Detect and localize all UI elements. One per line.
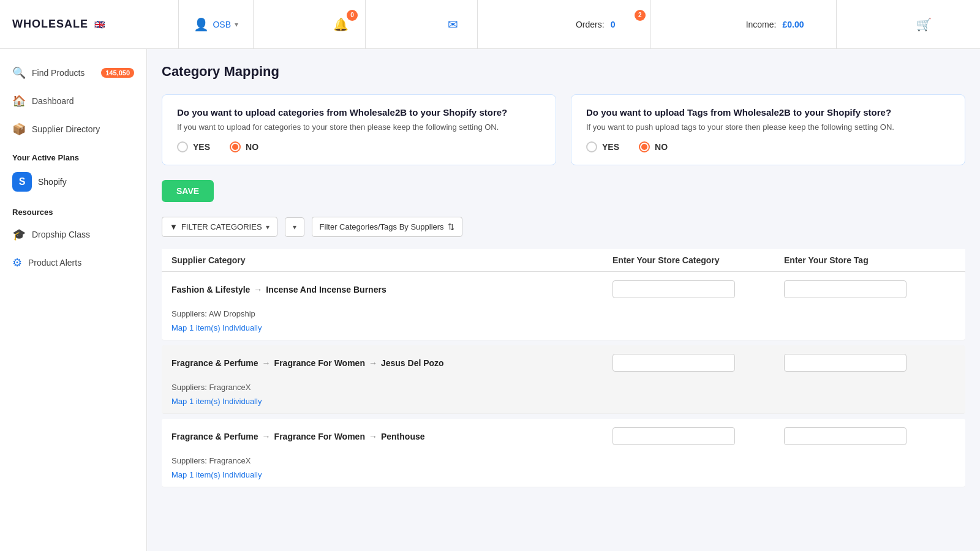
category-segment: Incense And Incense Burners <box>266 285 386 294</box>
mail-nav-item[interactable]: ✉ <box>429 0 478 49</box>
sidebar-item-shopify[interactable]: S Shopify <box>0 166 146 198</box>
filter-categories-extra[interactable]: ▾ <box>285 217 304 237</box>
row-suppliers-0: Suppliers: AW Dropship <box>162 307 965 323</box>
page-title: Category Mapping <box>162 64 965 80</box>
tags-no-option[interactable]: NO <box>639 141 668 152</box>
table-body: Fashion & Lifestyle→Incense And Incense … <box>162 272 965 487</box>
user-label: OSB <box>213 20 231 29</box>
table-row: Fashion & Lifestyle→Incense And Incense … <box>162 272 965 340</box>
user-dropdown-arrow: ▾ <box>235 20 238 29</box>
resources-title: Resources <box>0 198 146 220</box>
store-category-input-1[interactable] <box>612 354 735 372</box>
top-navigation: WHOLESALE 🇬🇧 👤 OSB ▾ 🔔 0 ✉ Orders: 0 2 I… <box>0 0 980 49</box>
sidebar-item-supplier-directory[interactable]: 📦 Supplier Directory <box>0 115 146 143</box>
category-path-0: Fashion & Lifestyle→Incense And Incense … <box>172 285 612 294</box>
filter-categories-dropdown[interactable]: ▼ FILTER CATEGORIES ▾ <box>162 217 277 237</box>
category-arrow: → <box>262 358 271 368</box>
nav-items: 👤 OSB ▾ 🔔 0 ✉ Orders: 0 2 Income: £0.00 … <box>147 0 980 49</box>
logo-area: WHOLESALE 🇬🇧 <box>0 16 147 33</box>
row-main-2: Fragrance & Perfume→Fragrance For Women→… <box>162 419 965 454</box>
cart-nav-item[interactable]: 🛒 <box>899 0 948 49</box>
sidebar-item-dashboard[interactable]: 🏠 Dashboard <box>0 87 146 115</box>
find-products-badge: 145,050 <box>101 68 134 78</box>
category-segment: Jesus Del Pozo <box>381 358 444 368</box>
dashboard-icon: 🏠 <box>12 94 26 108</box>
tags-no-radio[interactable] <box>639 141 650 152</box>
categories-no-radio[interactable] <box>230 141 241 152</box>
category-path-2: Fragrance & Perfume→Fragrance For Women→… <box>172 432 612 441</box>
store-category-input-0[interactable] <box>612 280 735 298</box>
filter-supplier-sort-icon: ⇅ <box>448 222 454 231</box>
sidebar-item-label-shopify: Shopify <box>38 177 67 187</box>
table-header: Supplier Category Enter Your Store Categ… <box>162 249 965 272</box>
category-segment: Fragrance & Perfume <box>172 432 258 441</box>
store-tag-input-wrapper-0 <box>784 280 956 298</box>
filter-categories-icon: ▼ <box>170 222 178 231</box>
sidebar-item-label-find-products: Find Products <box>32 68 85 78</box>
tags-question: Do you want to upload Tags from Wholesal… <box>586 107 950 118</box>
sidebar-item-find-products[interactable]: 🔍 Find Products 145,050 <box>0 59 146 87</box>
col-store-category: Enter Your Store Category <box>612 255 784 265</box>
categories-yes-option[interactable]: YES <box>177 141 210 152</box>
category-arrow: → <box>254 285 262 294</box>
store-category-input-wrapper-2 <box>612 427 784 445</box>
cart-icon: 🛒 <box>916 17 932 32</box>
save-button[interactable]: SAVE <box>162 180 214 202</box>
store-tag-input-2[interactable] <box>784 427 907 445</box>
mail-icon: ✉ <box>448 17 458 32</box>
bell-badge: 0 <box>347 10 358 21</box>
filter-supplier-dropdown[interactable]: Filter Categories/Tags By Suppliers ⇅ <box>312 217 462 237</box>
categories-question: Do you want to upload categories from Wh… <box>177 107 541 118</box>
orders-nav-item[interactable]: Orders: 0 2 <box>541 0 651 49</box>
sidebar-item-dropship-class[interactable]: 🎓 Dropship Class <box>0 220 146 249</box>
sidebar-item-label-dashboard: Dashboard <box>32 96 74 106</box>
category-arrow: → <box>369 358 377 368</box>
sidebar-item-product-alerts[interactable]: ⚙ Product Alerts <box>0 249 146 277</box>
store-category-input-2[interactable] <box>612 427 735 445</box>
map-link-2[interactable]: Map 1 item(s) Individually <box>162 470 965 487</box>
main-content: Category Mapping Do you want to upload c… <box>147 49 980 551</box>
orders-label: Orders: <box>576 20 605 29</box>
map-link-0[interactable]: Map 1 item(s) Individually <box>162 323 965 340</box>
settings-cards-row: Do you want to upload categories from Wh… <box>162 94 965 165</box>
category-segment: Fragrance For Women <box>274 358 365 368</box>
income-value: £0.00 <box>782 20 804 29</box>
row-suppliers-1: Suppliers: FragranceX <box>162 380 965 397</box>
person-icon: 👤 <box>194 17 209 32</box>
income-nav-item: Income: £0.00 <box>714 0 837 49</box>
col-store-tag: Enter Your Store Tag <box>784 255 956 265</box>
store-tag-input-0[interactable] <box>784 280 907 298</box>
store-category-input-wrapper-0 <box>612 280 784 298</box>
categories-hint: If you want to upload for categories to … <box>177 122 541 132</box>
col-supplier-category: Supplier Category <box>172 255 612 265</box>
row-main-0: Fashion & Lifestyle→Incense And Incense … <box>162 272 965 307</box>
store-category-input-wrapper-1 <box>612 354 784 372</box>
tags-yes-option[interactable]: YES <box>586 141 619 152</box>
map-link-1[interactable]: Map 1 item(s) Individually <box>162 397 965 413</box>
category-segment: Fashion & Lifestyle <box>172 285 250 294</box>
categories-no-label: NO <box>246 142 258 152</box>
category-segment: Fragrance & Perfume <box>172 358 258 368</box>
supplier-directory-icon: 📦 <box>12 122 26 136</box>
categories-yes-radio[interactable] <box>177 141 188 152</box>
table-row: Fragrance & Perfume→Fragrance For Women→… <box>162 345 965 414</box>
sidebar-item-label-product-alerts: Product Alerts <box>28 258 81 268</box>
dropship-class-icon: 🎓 <box>12 228 26 241</box>
brand-flag: 🇬🇧 <box>91 16 108 33</box>
filter-categories-arrow: ▾ <box>266 223 270 231</box>
filter-row: ▼ FILTER CATEGORIES ▾ ▾ Filter Categorie… <box>162 217 965 237</box>
categories-no-option[interactable]: NO <box>230 141 258 152</box>
categories-yes-label: YES <box>193 142 210 152</box>
sidebar: 🔍 Find Products 145,050 🏠 Dashboard 📦 Su… <box>0 49 147 551</box>
row-main-1: Fragrance & Perfume→Fragrance For Women→… <box>162 345 965 380</box>
tags-yes-radio[interactable] <box>586 141 597 152</box>
store-tag-input-wrapper-2 <box>784 427 956 445</box>
store-tag-input-1[interactable] <box>784 354 907 372</box>
notifications-nav-item[interactable]: 🔔 0 <box>317 0 366 49</box>
category-path-1: Fragrance & Perfume→Fragrance For Women→… <box>172 358 612 368</box>
category-segment: Fragrance For Women <box>274 432 365 441</box>
tags-no-label: NO <box>655 142 668 152</box>
tags-yes-label: YES <box>602 142 619 152</box>
layout: 🔍 Find Products 145,050 🏠 Dashboard 📦 Su… <box>0 49 980 551</box>
user-nav-item[interactable]: 👤 OSB ▾ <box>178 0 254 49</box>
